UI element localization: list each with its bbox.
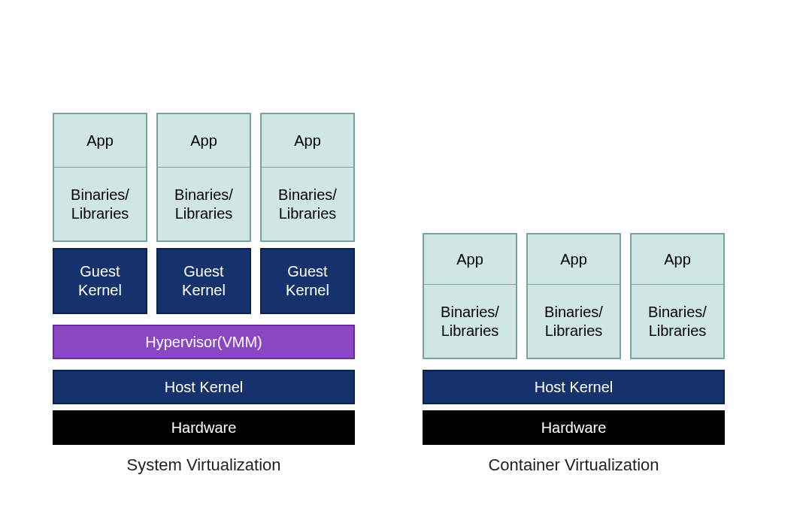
container-app-box: App	[423, 233, 517, 284]
container-app-box: App	[630, 233, 725, 284]
vm-bin-box: Binaries/Libraries	[260, 167, 355, 242]
vm-guest-kernel-box: GuestKernel	[53, 248, 147, 314]
hardware-box: Hardware	[423, 410, 725, 445]
vm-col-1: App Binaries/Libraries GuestKernel	[156, 113, 251, 314]
container-col-0: App Binaries/Libraries	[423, 233, 517, 359]
container-virtualization-stack: App Binaries/Libraries App Binaries/Libr…	[423, 233, 725, 475]
container-bin-box: Binaries/Libraries	[526, 284, 621, 359]
container-bin-box: Binaries/Libraries	[630, 284, 725, 359]
container-app-box: App	[526, 233, 621, 284]
host-kernel-box: Host Kernel	[423, 370, 725, 404]
vm-app-box: App	[53, 113, 147, 167]
container-row: App Binaries/Libraries App Binaries/Libr…	[423, 233, 725, 359]
vm-row: App Binaries/Libraries GuestKernel App B…	[53, 113, 355, 314]
vm-bin-box: Binaries/Libraries	[156, 167, 251, 242]
vm-app-box: App	[260, 113, 355, 167]
container-caption: Container Virtualization	[488, 455, 659, 475]
vm-col-0: App Binaries/Libraries GuestKernel	[53, 113, 147, 314]
vm-bin-box: Binaries/Libraries	[53, 167, 147, 242]
vm-app-box: App	[156, 113, 251, 167]
container-bin-box: Binaries/Libraries	[423, 284, 517, 359]
vm-guest-kernel-box: GuestKernel	[260, 248, 355, 314]
host-kernel-box: Host Kernel	[53, 370, 355, 404]
container-col-2: App Binaries/Libraries	[630, 233, 725, 359]
container-col-1: App Binaries/Libraries	[526, 233, 621, 359]
hypervisor-box: Hypervisor(VMM)	[53, 325, 355, 359]
system-caption: System Virtualization	[126, 455, 280, 475]
hardware-box: Hardware	[53, 410, 355, 445]
vm-guest-kernel-box: GuestKernel	[156, 248, 251, 314]
vm-col-2: App Binaries/Libraries GuestKernel	[260, 113, 355, 314]
system-virtualization-stack: App Binaries/Libraries GuestKernel App B…	[53, 113, 355, 475]
